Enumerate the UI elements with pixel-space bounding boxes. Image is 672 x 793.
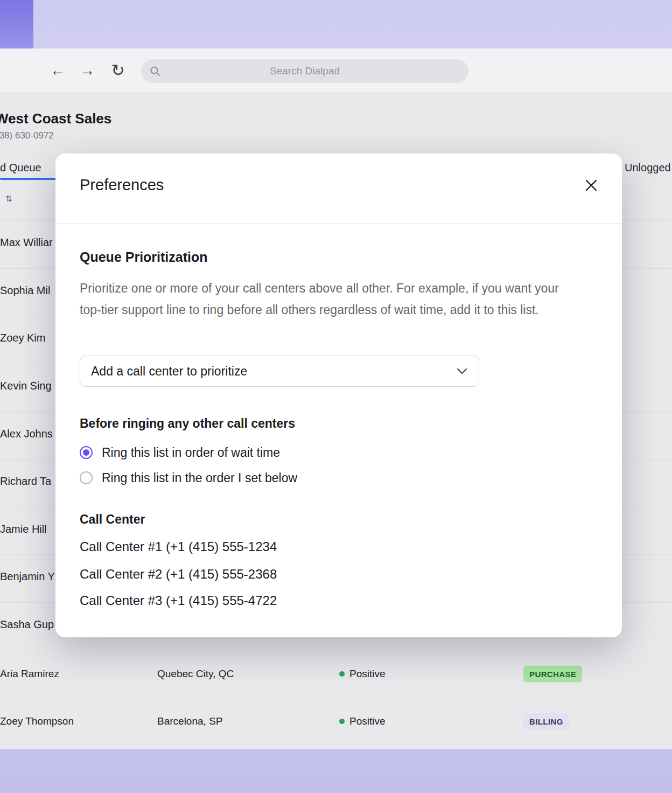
radio-selected-icon[interactable] [80, 446, 93, 459]
table-row[interactable]: Benjamin Y [0, 571, 55, 583]
table-row[interactable]: Aria Ramirez Quebec City, QC Positive PU… [0, 650, 672, 698]
desktop-wallpaper-corner [0, 0, 33, 48]
page-phone-number: (38) 630-0972 [0, 130, 54, 141]
search-input[interactable] [141, 59, 468, 83]
call-center-item: Call Center #2 (+1 (415) 555-2368 [80, 567, 277, 582]
close-button[interactable] [582, 176, 600, 194]
table-row[interactable]: Zoey Kim [0, 332, 45, 344]
forward-icon[interactable]: → [78, 62, 96, 79]
contact-location: Barcelona, SP [157, 715, 222, 727]
radio-order-set-below[interactable]: Ring this list in the order I set below [80, 470, 297, 486]
tab-queue[interactable]: d Queue [0, 162, 41, 174]
sentiment-label: Positive [349, 668, 386, 680]
tab-unlogged[interactable]: Unlogged [625, 162, 671, 174]
sentiment-cell: Positive [339, 668, 386, 680]
chevron-down-icon [456, 367, 468, 375]
radio-unselected-icon[interactable] [80, 471, 93, 484]
radio-label: Ring this list in order of wait time [102, 446, 280, 460]
table-row[interactable]: Alex Johns [0, 428, 53, 440]
call-center-item: Call Center #3 (+1 (415) 555-4722 [80, 593, 277, 608]
call-center-select-placeholder: Add a call center to prioritize [91, 364, 456, 379]
browser-toolbar: ← → ↻ [0, 48, 672, 92]
positive-dot-icon [339, 719, 345, 724]
close-icon [584, 178, 598, 192]
contact-name: Zoey Thompson [0, 715, 74, 727]
search-bar[interactable] [141, 59, 468, 83]
back-icon[interactable]: ← [48, 62, 67, 79]
table-row[interactable]: Richard Ta [0, 475, 51, 488]
ring-order-heading: Before ringing any other call centers [80, 416, 295, 431]
contact-location: Quebec City, QC [157, 668, 234, 680]
dialog-header-divider [55, 223, 622, 224]
table-row[interactable]: Sasha Gup [0, 618, 54, 631]
table-row[interactable]: Max Williar [0, 236, 53, 249]
sentiment-cell: Positive [339, 715, 386, 727]
dialog-title: Preferences [80, 176, 164, 194]
call-center-select[interactable]: Add a call center to prioritize [80, 356, 479, 387]
table-row[interactable]: Zoey Thompson Barcelona, SP Positive BIL… [0, 698, 672, 745]
tag-cell: BILLING [523, 713, 569, 730]
table-row[interactable]: Kevin Sing [0, 380, 52, 392]
purchase-badge: PURCHASE [523, 666, 582, 683]
tag-cell: PURCHASE [523, 666, 582, 683]
page-title: West Coast Sales [0, 110, 111, 127]
call-center-list-heading: Call Center [80, 512, 145, 527]
billing-badge: BILLING [523, 713, 569, 730]
radio-wait-time[interactable]: Ring this list in order of wait time [80, 444, 280, 461]
radio-label: Ring this list in the order I set below [102, 471, 297, 485]
sort-icon[interactable]: ⇅ [5, 194, 12, 204]
sentiment-label: Positive [349, 715, 386, 727]
queue-prioritization-heading: Queue Prioritization [80, 249, 208, 265]
contact-name: Aria Ramirez [0, 668, 59, 680]
call-center-item: Call Center #1 (+1 (415) 555-1234 [80, 539, 277, 554]
search-icon [150, 66, 160, 76]
table-row[interactable]: Sophia Mil [0, 284, 50, 297]
table-row[interactable]: Jamie Hill [0, 523, 47, 535]
preferences-dialog: Preferences Queue Prioritization Priorit… [55, 154, 622, 637]
queue-prioritization-description: Prioritize one or more of your call cent… [80, 277, 583, 321]
positive-dot-icon [339, 671, 345, 677]
reload-icon[interactable]: ↻ [109, 62, 127, 79]
